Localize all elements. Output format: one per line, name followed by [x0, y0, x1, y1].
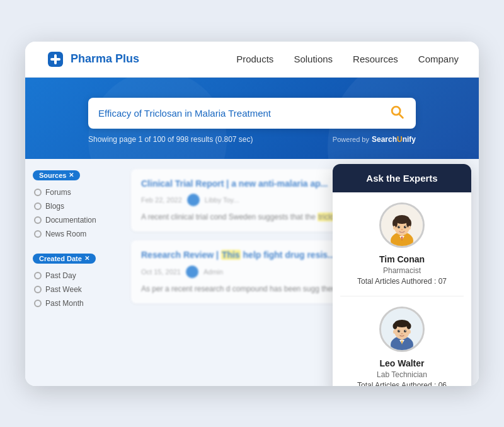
tim-avatar-svg [381, 204, 423, 246]
filter-blogs-label: Blogs [45, 202, 64, 211]
filter-past-month-label: Past Month [45, 299, 84, 308]
svg-point-31 [404, 330, 406, 332]
search-bar [88, 98, 416, 129]
search-hero: Showing page 1 of 100 of 998 results (0.… [25, 78, 479, 159]
radio-documentation [34, 216, 42, 224]
sources-label: Sources [39, 172, 66, 179]
result-author-2: Admin [203, 268, 223, 276]
filter-forums-label: Forums [45, 188, 71, 197]
filter-news-room-label: News Room [45, 230, 86, 238]
svg-rect-2 [50, 58, 60, 61]
sources-filter-section: Sources ✕ Forums Blogs Documentation [33, 169, 118, 241]
search-icon [389, 104, 406, 120]
filter-news-room[interactable]: News Room [33, 227, 118, 241]
filter-documentation[interactable]: Documentation [33, 213, 118, 227]
expert-articles-tim: Total Articles Authored : 07 [340, 277, 464, 286]
navbar: Pharma Plus Products Solutions Resources… [25, 42, 479, 78]
powered-by-brand: SearchUnify [372, 135, 416, 144]
logo-text: Pharma Plus [71, 52, 139, 66]
highlight-title-2: This [221, 250, 241, 260]
search-bar-wrapper: Showing page 1 of 100 of 998 results (0.… [88, 98, 416, 144]
svg-point-30 [398, 330, 400, 332]
filter-blogs[interactable]: Blogs [33, 199, 118, 213]
svg-point-35 [393, 330, 396, 334]
radio-past-week [34, 286, 42, 293]
expert-avatar-leo [379, 307, 425, 352]
radio-past-day [34, 272, 42, 279]
svg-point-18 [401, 229, 403, 230]
date-badge: Created Date ✕ [33, 254, 96, 264]
radio-news-room [34, 230, 42, 238]
svg-point-33 [405, 330, 406, 330]
nav-item-resources[interactable]: Resources [353, 54, 398, 65]
search-button[interactable] [389, 104, 406, 122]
svg-point-34 [401, 333, 403, 334]
expert-name-tim: Tim Conan [340, 254, 464, 264]
expert-role-leo: Lab Technician [340, 370, 464, 379]
radio-past-month [34, 300, 42, 307]
search-meta: Showing page 1 of 100 of 998 results (0.… [88, 135, 416, 144]
svg-point-16 [399, 226, 399, 226]
result-date-1: Feb 22, 2022 [141, 196, 182, 204]
date-label: Created Date [39, 255, 82, 262]
search-input[interactable] [98, 108, 389, 119]
sources-badge: Sources ✕ [33, 170, 80, 180]
svg-point-28 [393, 323, 398, 329]
sources-close-icon[interactable]: ✕ [69, 172, 74, 178]
results-info: Showing page 1 of 100 of 998 results (0.… [88, 135, 253, 144]
result-date-2: Oct 15, 2021 [141, 268, 181, 276]
result-author-avatar-1 [187, 194, 200, 206]
expert-item-leo: Leo Walter Lab Technician Total Articles… [340, 307, 464, 386]
date-filter-section: Created Date ✕ Past Day Past Week Past M… [33, 252, 118, 310]
filter-past-day[interactable]: Past Day [33, 269, 118, 283]
powered-by-label: Powered by [333, 136, 369, 143]
date-close-icon[interactable]: ✕ [84, 255, 89, 262]
filter-past-day-label: Past Day [45, 271, 76, 280]
filter-forums[interactable]: Forums [33, 185, 118, 199]
filter-past-month[interactable]: Past Month [33, 296, 118, 310]
powered-by: Powered by SearchUnify [333, 135, 416, 144]
nav-item-products[interactable]: Products [236, 54, 273, 65]
experts-panel: Ask the Experts [333, 164, 471, 386]
result-author-avatar-2 [186, 266, 198, 278]
nav-item-solutions[interactable]: Solutions [294, 54, 333, 65]
logo-icon [45, 49, 66, 69]
sidebar: Sources ✕ Forums Blogs Documentation [25, 159, 126, 386]
svg-point-17 [405, 226, 406, 226]
svg-line-4 [399, 114, 403, 117]
expert-articles-leo: Total Articles Authored : 06 [340, 381, 464, 386]
browser-window: Pharma Plus Products Solutions Resources… [25, 42, 479, 386]
nav-item-company[interactable]: Company [418, 54, 459, 65]
svg-point-19 [393, 226, 396, 230]
experts-panel-body: Tim Conan Pharmacist Total Articles Auth… [333, 192, 471, 386]
svg-point-20 [408, 226, 411, 230]
nav-links: Products Solutions Resources Company [236, 54, 459, 65]
filter-documentation-label: Documentation [45, 216, 96, 225]
leo-avatar-svg [381, 308, 423, 350]
expert-role-tim: Pharmacist [340, 266, 464, 275]
svg-point-36 [408, 330, 411, 334]
result-author-1: Libby Toy... [205, 196, 239, 204]
expert-name-leo: Leo Walter [340, 358, 464, 368]
filter-past-week-label: Past Week [45, 285, 82, 294]
svg-point-14 [398, 226, 400, 228]
expert-item-tim: Tim Conan Pharmacist Total Articles Auth… [340, 202, 464, 296]
radio-blogs [34, 202, 42, 210]
main-content: Sources ✕ Forums Blogs Documentation [25, 159, 479, 386]
radio-forums [34, 189, 42, 196]
svg-point-32 [399, 330, 399, 330]
expert-avatar-tim [379, 202, 425, 248]
logo-area: Pharma Plus [45, 49, 236, 69]
svg-point-15 [404, 226, 406, 228]
svg-point-29 [407, 323, 411, 329]
filter-past-week[interactable]: Past Week [33, 283, 118, 296]
experts-panel-header: Ask the Experts [333, 164, 471, 192]
